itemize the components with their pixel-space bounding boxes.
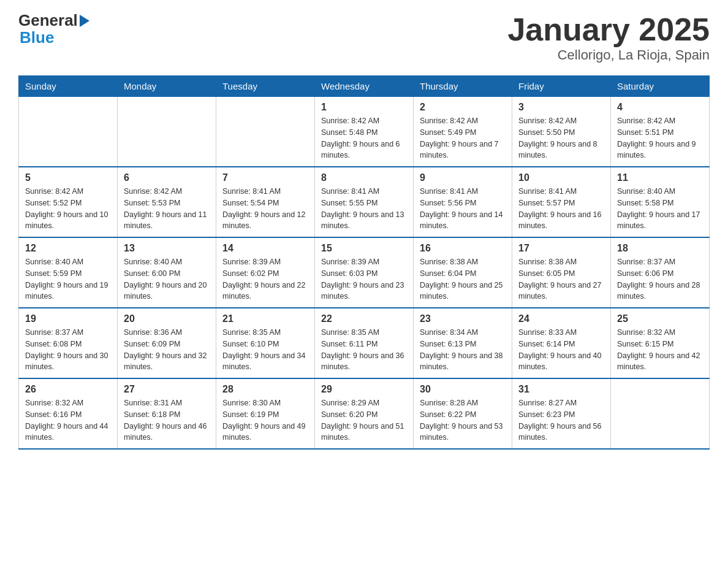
day-info: Sunrise: 8:42 AMSunset: 5:51 PMDaylight:… bbox=[617, 115, 703, 161]
day-number: 31 bbox=[518, 384, 604, 395]
col-monday: Monday bbox=[118, 76, 216, 97]
table-row: 31Sunrise: 8:27 AMSunset: 6:23 PMDayligh… bbox=[512, 378, 611, 449]
table-row bbox=[118, 97, 216, 167]
table-row: 15Sunrise: 8:39 AMSunset: 6:03 PMDayligh… bbox=[315, 237, 414, 308]
table-row: 8Sunrise: 8:41 AMSunset: 5:55 PMDaylight… bbox=[315, 167, 414, 237]
day-number: 9 bbox=[420, 172, 506, 183]
col-friday: Friday bbox=[512, 76, 611, 97]
day-number: 30 bbox=[420, 384, 506, 395]
day-number: 15 bbox=[321, 243, 407, 254]
col-saturday: Saturday bbox=[611, 76, 710, 97]
table-row: 6Sunrise: 8:42 AMSunset: 5:53 PMDaylight… bbox=[118, 167, 216, 237]
logo-text-general: General bbox=[18, 12, 78, 28]
table-row: 27Sunrise: 8:31 AMSunset: 6:18 PMDayligh… bbox=[118, 378, 216, 449]
day-number: 5 bbox=[25, 172, 111, 183]
day-number: 25 bbox=[617, 313, 703, 324]
day-info: Sunrise: 8:42 AMSunset: 5:49 PMDaylight:… bbox=[420, 115, 506, 161]
table-row: 28Sunrise: 8:30 AMSunset: 6:19 PMDayligh… bbox=[216, 378, 315, 449]
calendar-title: January 2025 bbox=[507, 12, 710, 47]
table-row: 24Sunrise: 8:33 AMSunset: 6:14 PMDayligh… bbox=[512, 308, 611, 378]
table-row: 26Sunrise: 8:32 AMSunset: 6:16 PMDayligh… bbox=[19, 378, 118, 449]
day-number: 19 bbox=[25, 313, 111, 324]
table-row: 23Sunrise: 8:34 AMSunset: 6:13 PMDayligh… bbox=[414, 308, 512, 378]
day-info: Sunrise: 8:35 AMSunset: 6:10 PMDaylight:… bbox=[222, 327, 308, 373]
calendar-subtitle: Cellorigo, La Rioja, Spain bbox=[507, 47, 710, 63]
page-header: General Blue January 2025 Cellorigo, La … bbox=[18, 12, 710, 63]
table-row: 25Sunrise: 8:32 AMSunset: 6:15 PMDayligh… bbox=[611, 308, 710, 378]
day-number: 2 bbox=[420, 102, 506, 113]
table-row: 3Sunrise: 8:42 AMSunset: 5:50 PMDaylight… bbox=[512, 97, 611, 167]
day-info: Sunrise: 8:32 AMSunset: 6:15 PMDaylight:… bbox=[617, 327, 703, 373]
day-number: 29 bbox=[321, 384, 407, 395]
day-number: 13 bbox=[124, 243, 210, 254]
day-number: 11 bbox=[617, 172, 703, 183]
col-thursday: Thursday bbox=[414, 76, 512, 97]
table-row: 19Sunrise: 8:37 AMSunset: 6:08 PMDayligh… bbox=[19, 308, 118, 378]
day-info: Sunrise: 8:40 AMSunset: 5:58 PMDaylight:… bbox=[617, 186, 703, 232]
day-info: Sunrise: 8:41 AMSunset: 5:56 PMDaylight:… bbox=[420, 186, 506, 232]
table-row: 29Sunrise: 8:29 AMSunset: 6:20 PMDayligh… bbox=[315, 378, 414, 449]
table-row: 7Sunrise: 8:41 AMSunset: 5:54 PMDaylight… bbox=[216, 167, 315, 237]
table-row: 4Sunrise: 8:42 AMSunset: 5:51 PMDaylight… bbox=[611, 97, 710, 167]
table-row: 21Sunrise: 8:35 AMSunset: 6:10 PMDayligh… bbox=[216, 308, 315, 378]
logo-arrow-icon bbox=[80, 15, 89, 27]
day-number: 8 bbox=[321, 172, 407, 183]
day-number: 6 bbox=[124, 172, 210, 183]
day-number: 21 bbox=[222, 313, 308, 324]
day-number: 22 bbox=[321, 313, 407, 324]
day-info: Sunrise: 8:41 AMSunset: 5:57 PMDaylight:… bbox=[518, 186, 604, 232]
day-number: 1 bbox=[321, 102, 407, 113]
day-info: Sunrise: 8:30 AMSunset: 6:19 PMDaylight:… bbox=[222, 397, 308, 443]
table-row: 5Sunrise: 8:42 AMSunset: 5:52 PMDaylight… bbox=[19, 167, 118, 237]
table-row: 14Sunrise: 8:39 AMSunset: 6:02 PMDayligh… bbox=[216, 237, 315, 308]
logo-text-blue: Blue bbox=[20, 29, 54, 45]
day-number: 23 bbox=[420, 313, 506, 324]
table-row: 2Sunrise: 8:42 AMSunset: 5:49 PMDaylight… bbox=[414, 97, 512, 167]
day-info: Sunrise: 8:42 AMSunset: 5:52 PMDaylight:… bbox=[25, 186, 111, 232]
day-info: Sunrise: 8:42 AMSunset: 5:48 PMDaylight:… bbox=[321, 115, 407, 161]
col-wednesday: Wednesday bbox=[315, 76, 414, 97]
day-number: 14 bbox=[222, 243, 308, 254]
day-number: 26 bbox=[25, 384, 111, 395]
day-info: Sunrise: 8:41 AMSunset: 5:54 PMDaylight:… bbox=[222, 186, 308, 232]
calendar-week-row: 1Sunrise: 8:42 AMSunset: 5:48 PMDaylight… bbox=[19, 97, 710, 167]
day-info: Sunrise: 8:34 AMSunset: 6:13 PMDaylight:… bbox=[420, 327, 506, 373]
day-number: 10 bbox=[518, 172, 604, 183]
table-row: 13Sunrise: 8:40 AMSunset: 6:00 PMDayligh… bbox=[118, 237, 216, 308]
calendar-week-row: 5Sunrise: 8:42 AMSunset: 5:52 PMDaylight… bbox=[19, 167, 710, 237]
table-row: 10Sunrise: 8:41 AMSunset: 5:57 PMDayligh… bbox=[512, 167, 611, 237]
day-number: 7 bbox=[222, 172, 308, 183]
day-number: 18 bbox=[617, 243, 703, 254]
day-number: 20 bbox=[124, 313, 210, 324]
day-info: Sunrise: 8:40 AMSunset: 6:00 PMDaylight:… bbox=[124, 256, 210, 302]
day-number: 12 bbox=[25, 243, 111, 254]
table-row bbox=[216, 97, 315, 167]
logo: General Blue bbox=[18, 12, 89, 45]
table-row: 12Sunrise: 8:40 AMSunset: 5:59 PMDayligh… bbox=[19, 237, 118, 308]
day-info: Sunrise: 8:32 AMSunset: 6:16 PMDaylight:… bbox=[25, 397, 111, 443]
table-row: 30Sunrise: 8:28 AMSunset: 6:22 PMDayligh… bbox=[414, 378, 512, 449]
day-info: Sunrise: 8:33 AMSunset: 6:14 PMDaylight:… bbox=[518, 327, 604, 373]
day-info: Sunrise: 8:29 AMSunset: 6:20 PMDaylight:… bbox=[321, 397, 407, 443]
day-info: Sunrise: 8:36 AMSunset: 6:09 PMDaylight:… bbox=[124, 327, 210, 373]
table-row: 22Sunrise: 8:35 AMSunset: 6:11 PMDayligh… bbox=[315, 308, 414, 378]
calendar-table: Sunday Monday Tuesday Wednesday Thursday… bbox=[18, 75, 710, 450]
day-number: 17 bbox=[518, 243, 604, 254]
col-sunday: Sunday bbox=[19, 76, 118, 97]
day-info: Sunrise: 8:28 AMSunset: 6:22 PMDaylight:… bbox=[420, 397, 506, 443]
day-number: 24 bbox=[518, 313, 604, 324]
table-row: 18Sunrise: 8:37 AMSunset: 6:06 PMDayligh… bbox=[611, 237, 710, 308]
day-info: Sunrise: 8:38 AMSunset: 6:04 PMDaylight:… bbox=[420, 256, 506, 302]
col-tuesday: Tuesday bbox=[216, 76, 315, 97]
day-info: Sunrise: 8:41 AMSunset: 5:55 PMDaylight:… bbox=[321, 186, 407, 232]
calendar-week-row: 19Sunrise: 8:37 AMSunset: 6:08 PMDayligh… bbox=[19, 308, 710, 378]
day-info: Sunrise: 8:27 AMSunset: 6:23 PMDaylight:… bbox=[518, 397, 604, 443]
day-info: Sunrise: 8:35 AMSunset: 6:11 PMDaylight:… bbox=[321, 327, 407, 373]
table-row bbox=[19, 97, 118, 167]
table-row: 16Sunrise: 8:38 AMSunset: 6:04 PMDayligh… bbox=[414, 237, 512, 308]
calendar-header-row: Sunday Monday Tuesday Wednesday Thursday… bbox=[19, 76, 710, 97]
day-info: Sunrise: 8:39 AMSunset: 6:02 PMDaylight:… bbox=[222, 256, 308, 302]
day-info: Sunrise: 8:40 AMSunset: 5:59 PMDaylight:… bbox=[25, 256, 111, 302]
calendar-week-row: 26Sunrise: 8:32 AMSunset: 6:16 PMDayligh… bbox=[19, 378, 710, 449]
day-info: Sunrise: 8:37 AMSunset: 6:08 PMDaylight:… bbox=[25, 327, 111, 373]
